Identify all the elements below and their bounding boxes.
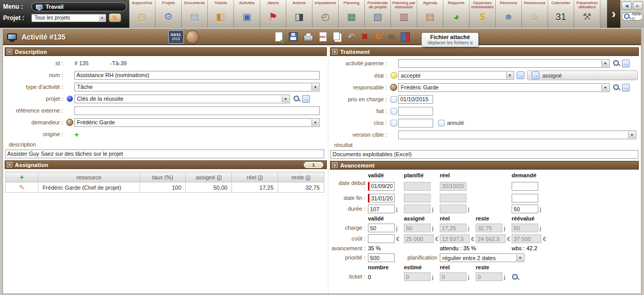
copy-button[interactable] bbox=[333, 32, 342, 42]
external-reference-input[interactable] bbox=[74, 106, 320, 115]
toolbar-item-calendrier[interactable]: Calendrier31 bbox=[548, 0, 574, 28]
activity-type-select[interactable]: Tâche ▼ bbox=[74, 83, 320, 91]
toolbar-item-activites[interactable]: Activités▣ bbox=[234, 0, 260, 28]
organize-button[interactable] bbox=[401, 32, 410, 42]
requestor-select[interactable]: Frédéric Garde ▼ bbox=[74, 118, 320, 127]
progress-label: avancement : bbox=[330, 246, 368, 251]
state-goto-button[interactable]: → bbox=[517, 71, 524, 79]
undo-button[interactable]: ↶ bbox=[348, 32, 355, 42]
toolbar-item-portefeuille-projets[interactable]: Portefeuille de projets▧ bbox=[365, 0, 391, 28]
edit-project-button[interactable]: ✎ bbox=[109, 13, 121, 22]
edit-assignment-button[interactable]: ✎ bbox=[19, 183, 25, 191]
duration-reel-input bbox=[440, 205, 466, 213]
project-select[interactable]: Tous les projets ▼ bbox=[31, 14, 106, 22]
responsible-search-button[interactable] bbox=[613, 84, 620, 91]
meeting-icon: ☻ bbox=[503, 10, 514, 25]
planification-label: planification bbox=[404, 255, 440, 261]
toolbar-item-planning-ressource[interactable]: Planning par ressource▥ bbox=[391, 0, 417, 28]
taken-checkbox[interactable] bbox=[391, 96, 397, 103]
duration-valide-input[interactable] bbox=[368, 205, 395, 213]
envelope-icon: ✉ bbox=[388, 32, 395, 42]
charge-valide-input[interactable] bbox=[368, 224, 395, 232]
end-date-demande-input[interactable] bbox=[512, 194, 538, 202]
parent-activity-goto-button[interactable]: → bbox=[622, 60, 630, 67]
toolbar-item-tickets[interactable]: Tickets◧ bbox=[208, 0, 234, 28]
toolbar-item-jalons[interactable]: Jalons⚑ bbox=[260, 0, 286, 28]
pdf-button[interactable] bbox=[319, 32, 327, 42]
save-button[interactable] bbox=[289, 32, 298, 41]
closed-checkbox[interactable] bbox=[391, 120, 397, 126]
ticket-estime-input bbox=[404, 272, 431, 281]
toolbar-item-actions[interactable]: Actions◨ bbox=[286, 0, 313, 28]
charge-reste-input bbox=[476, 224, 502, 232]
result-input[interactable] bbox=[330, 150, 638, 159]
project-goto-button[interactable]: → bbox=[302, 95, 310, 103]
origin-label: origine : bbox=[5, 131, 65, 137]
toolbar-item-reunions[interactable]: Réunions☻ bbox=[496, 0, 522, 28]
start-date-demande-input[interactable] bbox=[512, 182, 538, 191]
toolbar-item-label: Rapports bbox=[443, 1, 469, 10]
nav-forward-button[interactable]: ▶ bbox=[633, 2, 643, 10]
project-search-button[interactable] bbox=[293, 95, 300, 102]
duration-demande-input[interactable] bbox=[512, 205, 538, 213]
print-button[interactable] bbox=[304, 33, 313, 41]
search-box[interactable]: New G bbox=[621, 12, 643, 21]
description-input[interactable] bbox=[5, 150, 324, 158]
menu-select[interactable]: Travail bbox=[31, 2, 127, 11]
toolbar-item-parametres[interactable]: Paramètres utilisateur⚒ bbox=[574, 0, 600, 28]
ticket-search-button[interactable] bbox=[512, 273, 519, 281]
traitement-section-header[interactable]: ▼ Traitement bbox=[330, 47, 639, 56]
monitor-icon: ▣ bbox=[242, 10, 251, 25]
done-checkbox[interactable] bbox=[391, 108, 397, 115]
assignation-section-header[interactable]: ▼ Assignation 1 bbox=[5, 160, 327, 169]
toolbar-item-planning[interactable]: Planning▦ bbox=[339, 0, 365, 28]
name-input[interactable] bbox=[74, 71, 320, 80]
toolbar-item-depenses[interactable]: Dépenses individuelles$ bbox=[470, 0, 496, 28]
responsible-select[interactable]: Frédéric Garde ▼ bbox=[398, 83, 610, 92]
start-date-valide-input[interactable] bbox=[368, 182, 395, 191]
expand-panel-button[interactable]: › bbox=[607, 0, 620, 28]
unit-day: j bbox=[468, 206, 469, 212]
ticket-reel-input bbox=[440, 272, 466, 281]
refresh-button[interactable]: ↻ bbox=[375, 32, 382, 42]
parent-activity-select[interactable]: ▼ bbox=[398, 59, 610, 68]
target-version-select[interactable]: ▼ bbox=[398, 131, 636, 139]
toolbar-item-agenda[interactable]: Agenda▤ bbox=[417, 0, 443, 28]
table-row[interactable]: ✎ Frédéric Garde (Chef de projet) 100 50… bbox=[6, 182, 324, 193]
cancelled-checkbox[interactable] bbox=[438, 120, 445, 126]
top-bar: Menu : Travail Projet : Tous les projets… bbox=[0, 0, 644, 28]
project-field-select[interactable]: Clés de la réussite ▼ bbox=[74, 95, 290, 103]
add-assignment-button[interactable]: + bbox=[19, 173, 24, 181]
traitement-section-title: Traitement bbox=[340, 49, 370, 55]
toolbar-item-ressources[interactable]: Ressources☺ bbox=[522, 0, 548, 28]
end-date-valide-input[interactable] bbox=[368, 194, 395, 202]
state-select[interactable]: accepté ▼ bbox=[398, 71, 514, 80]
nav-back-button[interactable]: ◀ bbox=[621, 2, 632, 10]
attach-file-button[interactable]: Fichier attaché 'déplacer les fichiers i… bbox=[421, 32, 479, 47]
arrow-right-icon: ▶ bbox=[636, 4, 639, 8]
end-date-label: date fin : bbox=[330, 195, 368, 201]
toolbar-item-rapports[interactable]: Rapports◕ bbox=[443, 0, 470, 28]
planification-select[interactable]: régulier entre 2 dates ▼ bbox=[440, 253, 524, 262]
mail-button[interactable]: ✉ bbox=[388, 32, 395, 42]
responsible-goto-button[interactable]: → bbox=[622, 84, 630, 91]
avancement-section-header[interactable]: ▼ Avancement bbox=[330, 161, 639, 170]
cost-valide-input[interactable] bbox=[368, 234, 395, 243]
add-origin-button[interactable]: + bbox=[74, 131, 79, 138]
toolbar-item-aujourdhui[interactable]: Aujourd'hui◷ bbox=[129, 0, 155, 28]
closed-date-input[interactable] bbox=[398, 119, 433, 127]
new-button[interactable] bbox=[275, 32, 283, 42]
collapse-arrow-icon: ▼ bbox=[332, 162, 338, 168]
toolbar-item-label: Planning par ressource bbox=[391, 1, 417, 10]
toolbar-item-documents[interactable]: Documents▤ bbox=[182, 0, 208, 28]
priority-input[interactable] bbox=[368, 253, 395, 262]
parent-activity-search-button[interactable] bbox=[613, 60, 620, 67]
taken-date-input[interactable] bbox=[398, 95, 433, 104]
toolbar-item-projets[interactable]: Projets⚙ bbox=[155, 0, 182, 28]
description-section-header[interactable]: ▼ Description bbox=[5, 47, 327, 56]
done-date-input[interactable] bbox=[398, 107, 433, 116]
delete-button[interactable]: ✖ bbox=[361, 32, 368, 42]
assigned-status-icon: → bbox=[532, 71, 539, 79]
toolbar-item-imputations[interactable]: Imputations◴ bbox=[313, 0, 339, 28]
pie-chart-icon: ◕ bbox=[453, 10, 459, 25]
